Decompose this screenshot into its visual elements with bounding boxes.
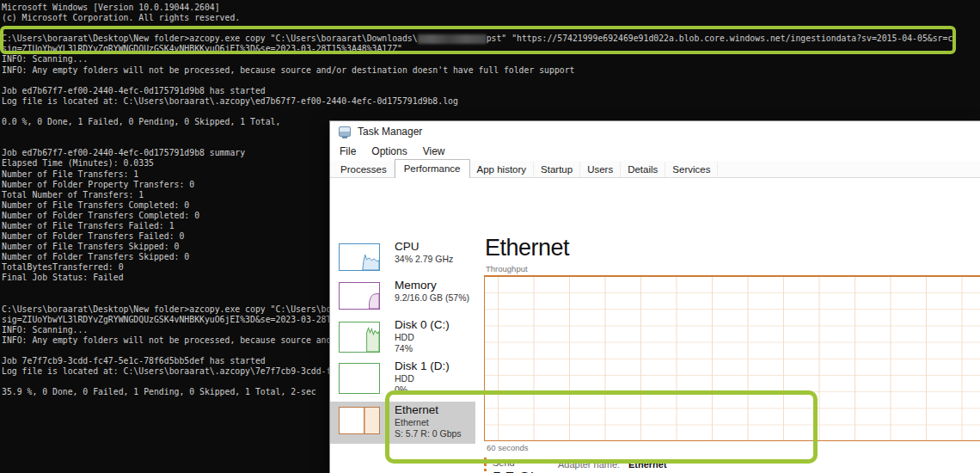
sidebar-item-disk0[interactable]: Disk 0 (C:)HDD74%: [330, 316, 475, 356]
tab-performance[interactable]: Performance: [395, 159, 470, 178]
adapter-detail-value: Ethernet: [628, 458, 667, 470]
send-value: 5.7 Gbps: [493, 469, 555, 473]
page-title: Ethernet: [485, 235, 569, 261]
sidebar-item-text: CPU34% 2.79 GHz: [395, 240, 453, 265]
task-manager-window[interactable]: Task Manager FileOptionsView ProcessesPe…: [329, 120, 980, 473]
tab-startup[interactable]: Startup: [534, 162, 580, 177]
sidebar-item-stat: 74%: [395, 343, 450, 354]
terminal-line: (c) Microsoft Corporation. All rights re…: [2, 13, 980, 23]
menu-item-file[interactable]: File: [332, 143, 364, 160]
window-title: Task Manager: [358, 126, 422, 138]
sidebar-item-ethernet[interactable]: EthernetEthernetS: 5.7 R: 0 Gbps: [330, 402, 475, 444]
memory-mini-graph-icon: [339, 282, 380, 310]
terminal-line: INFO: Any empty folders will not be proc…: [2, 65, 980, 76]
sidebar-item-stat: S: 5.7 R: 0 Gbps: [395, 428, 462, 439]
tab-processes[interactable]: Processes: [334, 162, 395, 177]
menu-bar: FileOptionsView: [330, 142, 980, 161]
ethernet-mini-graph-icon: [339, 407, 380, 434]
terminal-line: [2, 76, 980, 86]
desktop-screen: Microsoft Windows [Version 10.0.19044.26…: [0, 0, 980, 473]
sidebar-item-text: EthernetEthernetS: 5.7 R: 0 Gbps: [395, 403, 462, 439]
tab-services[interactable]: Services: [665, 162, 718, 177]
sidebar-item-stat: HDD: [395, 373, 450, 384]
sidebar-item-stat: 9.2/16.0 GB (57%): [395, 292, 469, 304]
terminal-line: [2, 23, 980, 34]
sidebar-item-memory[interactable]: Memory9.2/16.0 GB (57%): [330, 277, 475, 316]
send-stat: Send 5.7 Gbps: [484, 458, 555, 473]
disk1-mini-graph-icon: [339, 363, 380, 394]
task-manager-icon: [339, 126, 351, 137]
sidebar-item-stat: HDD: [395, 332, 450, 343]
terminal-line: Microsoft Windows [Version 10.0.19044.26…: [2, 3, 980, 13]
terminal-line: INFO: Scanning...: [2, 54, 980, 64]
terminal-line: Log file is located at: C:\Users\boraara…: [2, 96, 980, 107]
sidebar-item-text: Disk 0 (C:)HDD74%: [395, 318, 450, 353]
tab-strip: ProcessesPerformanceApp historyStartupUs…: [330, 161, 980, 178]
sidebar-item-disk1[interactable]: Disk 1 (D:)HDD0%: [330, 358, 475, 397]
performance-sidebar: CPU34% 2.79 GHzMemory9.2/16.0 GB (57%)Di…: [330, 178, 476, 473]
sidebar-item-stat: 0%: [395, 384, 450, 396]
performance-pane: CPU34% 2.79 GHzMemory9.2/16.0 GB (57%)Di…: [330, 178, 980, 473]
time-axis-label: 60 seconds: [487, 443, 529, 452]
adapter-detail-row: Adapter name:Ethernet: [558, 458, 870, 470]
adapter-details: Adapter name:EthernetDNS name:t1e433ig53…: [558, 458, 870, 473]
tab-details[interactable]: Details: [621, 162, 665, 177]
sidebar-item-cpu[interactable]: CPU34% 2.79 GHz: [330, 238, 475, 278]
sidebar-item-stat: 34% 2.79 GHz: [395, 254, 453, 265]
sidebar-item-title: CPU: [395, 240, 453, 254]
sidebar-item-text: Memory9.2/16.0 GB (57%): [395, 279, 469, 304]
redacted-filename: [418, 34, 487, 44]
sidebar-item-title: Ethernet: [395, 403, 462, 417]
terminal-line: Job ed7b67f7-ef00-2440-4efc-0d175791d9b8…: [2, 86, 980, 96]
title-bar[interactable]: Task Manager: [330, 121, 980, 142]
chart-label: Throughput: [486, 264, 528, 273]
send-label: Send: [493, 458, 555, 469]
sidebar-item-text: Disk 1 (D:)HDD0%: [395, 359, 450, 395]
adapter-detail-label: Adapter name:: [558, 458, 628, 470]
tab-app-history[interactable]: App history: [470, 162, 535, 177]
cpu-mini-graph-icon: [339, 243, 380, 271]
sidebar-item-title: Disk 0 (C:): [395, 318, 450, 332]
menu-item-options[interactable]: Options: [364, 143, 414, 160]
terminal-line: sig=ZIUoYbwYL3lRDYvZgRYWNGDQUzGSK4vNHBKK…: [2, 44, 980, 54]
terminal-line: [2, 107, 980, 117]
sidebar-item-stat: Ethernet: [395, 417, 462, 428]
terminal-line: C:\Users\boraarat\Desktop\New folder>azc…: [2, 34, 980, 44]
sidebar-item-title: Memory: [395, 279, 469, 292]
throughput-chart[interactable]: [484, 275, 980, 441]
tab-users[interactable]: Users: [580, 162, 621, 177]
menu-item-view[interactable]: View: [415, 143, 453, 160]
sidebar-item-title: Disk 1 (D:): [395, 359, 450, 373]
disk0-mini-graph-icon: [339, 322, 380, 353]
